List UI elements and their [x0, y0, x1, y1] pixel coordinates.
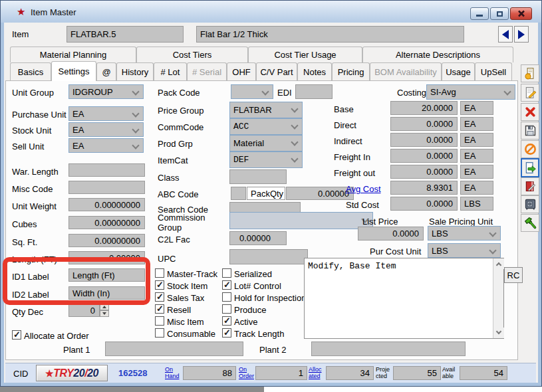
- item-code-field[interactable]: FLATBAR.5: [67, 26, 184, 43]
- stock-item-checkbox[interactable]: [155, 280, 164, 290]
- allocate-at-order-checkbox[interactable]: [12, 330, 21, 340]
- tab-alternate-descriptions[interactable]: Alternate Descriptions: [362, 47, 513, 62]
- pack-code-dropdown[interactable]: [231, 84, 273, 99]
- prod-grp-dropdown[interactable]: Material: [229, 135, 303, 151]
- pack-qty-field[interactable]: 0.00000: [286, 187, 354, 200]
- tab-history[interactable]: History: [116, 62, 154, 80]
- on-hand-link[interactable]: OnHand: [165, 366, 180, 379]
- restore-button[interactable]: [490, 7, 509, 20]
- tab-lot[interactable]: # Lot: [154, 62, 187, 80]
- tab-at[interactable]: @: [96, 62, 116, 80]
- misc-code-field[interactable]: [68, 181, 145, 194]
- save-button[interactable]: [521, 122, 539, 140]
- std-cost-field[interactable]: 0.0000: [390, 197, 458, 211]
- item-description-field[interactable]: Flat Bar 1/2 Thick: [196, 26, 464, 43]
- cancel-slash-icon: [523, 142, 537, 156]
- next-item-button[interactable]: [514, 26, 529, 43]
- class-field[interactable]: [229, 169, 287, 184]
- journal-edit-button[interactable]: [521, 177, 539, 195]
- tab-usage[interactable]: Usage: [442, 62, 475, 80]
- purchase-unit-label: Purchase Unit: [12, 110, 67, 120]
- stepper-down-icon[interactable]: [100, 310, 109, 317]
- commission-group-dropdown[interactable]: [229, 212, 373, 229]
- notes-scrollbar[interactable]: [493, 258, 503, 338]
- lot-control-checkbox[interactable]: [222, 280, 231, 290]
- plant2-field[interactable]: [311, 342, 466, 356]
- serialized-checkbox[interactable]: [222, 268, 231, 278]
- item-cat-dropdown[interactable]: DEF: [229, 151, 303, 168]
- purchase-unit-dropdown[interactable]: EA: [68, 106, 144, 121]
- consumable-checkbox[interactable]: [155, 328, 164, 338]
- stock-unit-dropdown[interactable]: EA: [68, 122, 144, 137]
- indirect-cost-field[interactable]: 0.0000: [390, 133, 458, 147]
- cancel-button[interactable]: [521, 140, 539, 158]
- minimize-button[interactable]: [470, 7, 489, 20]
- track-length-checkbox[interactable]: [222, 328, 231, 338]
- id2-field[interactable]: Width (In): [68, 286, 145, 300]
- sales-tax-checkbox[interactable]: [155, 292, 164, 302]
- tab-basics[interactable]: Basics: [10, 62, 51, 80]
- close-button[interactable]: [510, 7, 532, 20]
- edit-note-button[interactable]: [521, 84, 539, 102]
- chevron-down-icon: [496, 329, 501, 334]
- freight-in-field[interactable]: 0.0000: [390, 149, 458, 163]
- vault-button[interactable]: [521, 195, 539, 213]
- war-length-field[interactable]: [68, 163, 145, 177]
- comm-code-dropdown[interactable]: ACC: [229, 118, 303, 135]
- item-notes-textarea[interactable]: Modify, Base Item: [304, 258, 504, 339]
- rc-button[interactable]: RC: [504, 267, 523, 283]
- scroll-down-button[interactable]: [493, 328, 504, 338]
- avg-cost-field[interactable]: 8.9301: [390, 181, 458, 195]
- id1-field[interactable]: Length (Ft): [68, 268, 145, 282]
- on-order-link[interactable]: OnOrder: [239, 366, 254, 379]
- sq-ft-field[interactable]: 0.00000000: [68, 234, 145, 247]
- upc-field[interactable]: [229, 249, 308, 264]
- master-track-checkbox[interactable]: [155, 268, 164, 278]
- produce-checkbox[interactable]: [222, 304, 231, 314]
- sell-unit-dropdown[interactable]: EA: [68, 138, 144, 153]
- tab-upsell[interactable]: UpSell: [475, 62, 512, 80]
- base-cost-field[interactable]: 20.0000: [390, 101, 458, 115]
- tab-settings[interactable]: Settings: [51, 61, 96, 81]
- qty-dec-field[interactable]: 0: [68, 304, 100, 317]
- freight-out-field[interactable]: 0.0000: [390, 165, 458, 179]
- new-note-button[interactable]: [521, 64, 539, 82]
- previous-item-button[interactable]: [498, 26, 513, 43]
- allocated-link[interactable]: Allocated: [309, 366, 322, 379]
- tab-material-planning[interactable]: Material Planning: [10, 47, 136, 62]
- price-group-dropdown[interactable]: FLATBAR: [229, 102, 303, 118]
- tab-cv-part[interactable]: C/V Part: [256, 62, 297, 80]
- list-price-field[interactable]: 0.0000: [358, 227, 424, 241]
- plant1-field[interactable]: [105, 342, 243, 356]
- tab-cost-tier-usage[interactable]: Cost Tier Usage: [248, 47, 362, 62]
- costing-method-dropdown[interactable]: SI-Avg: [426, 84, 515, 100]
- abc-code-field[interactable]: [231, 187, 246, 200]
- pur-cost-unit-dropdown[interactable]: LBS: [428, 243, 501, 258]
- tab-notes[interactable]: Notes: [297, 62, 332, 80]
- length-ft-field[interactable]: 0.00000: [68, 251, 145, 264]
- sale-pricing-unit-dropdown[interactable]: LBS: [428, 226, 501, 241]
- exit-button[interactable]: [521, 158, 539, 177]
- tab-pricing[interactable]: Pricing: [332, 62, 370, 80]
- resell-checkbox[interactable]: [155, 304, 164, 314]
- misc-item-checkbox[interactable]: [155, 316, 164, 326]
- title-bar[interactable]: ★ Item Master: [1, 1, 541, 23]
- build-button[interactable]: [521, 214, 539, 232]
- cubes-field[interactable]: 0.00000000: [68, 216, 145, 229]
- logo-20-text: 20: [73, 367, 84, 379]
- tab-cost-tiers[interactable]: Cost Tiers: [136, 47, 248, 62]
- edi-field[interactable]: [295, 84, 333, 99]
- misc-item-label: Misc Item: [167, 317, 204, 327]
- active-checkbox[interactable]: [222, 316, 231, 326]
- unit-weight-field[interactable]: 0.00000000: [68, 198, 145, 211]
- scroll-up-button[interactable]: [493, 258, 504, 269]
- direct-cost-field[interactable]: 0.0000: [390, 117, 458, 131]
- tab-ohf[interactable]: OHF: [227, 62, 256, 80]
- c2l-fac-field[interactable]: 0.00000: [229, 231, 287, 245]
- avg-cost-link[interactable]: Avg Cost: [346, 184, 381, 194]
- hold-for-inspection-checkbox[interactable]: [222, 292, 231, 302]
- try2020-logo[interactable]: ★ TRY 20 / 20: [36, 365, 108, 381]
- unit-group-dropdown[interactable]: IDGROUP: [68, 84, 144, 99]
- stepper-up-icon[interactable]: [100, 304, 109, 310]
- delete-button[interactable]: [521, 103, 539, 121]
